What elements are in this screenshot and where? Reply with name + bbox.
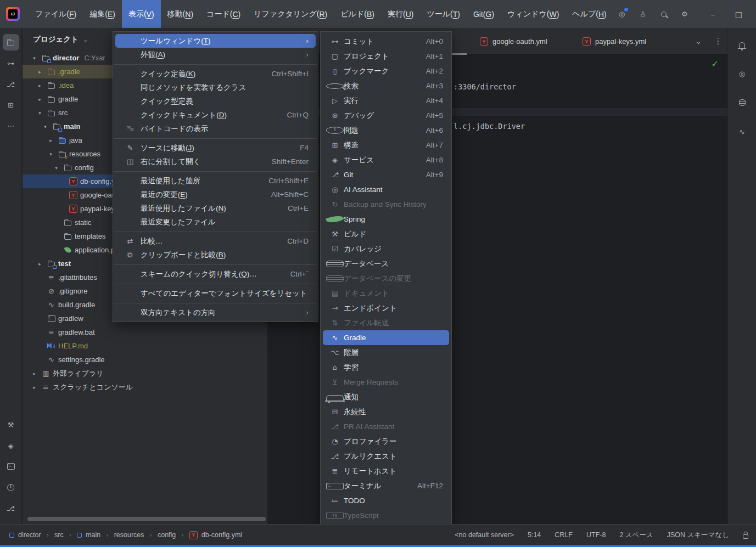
status-widget[interactable]: JSON スキーマなし	[667, 531, 729, 540]
horizontal-scrollbar[interactable]	[27, 517, 266, 521]
menu-item[interactable]: データベース	[323, 256, 449, 271]
menu-item[interactable]: 最近使用した箇所Ctrl+Shift+E	[115, 174, 316, 188]
menu-item[interactable]: 通知	[323, 390, 449, 404]
menu-3[interactable]: 移動(N)	[161, 0, 200, 28]
chevron-open-icon[interactable]: ▾	[46, 151, 56, 157]
menu-item[interactable]: ⧉クリップボードと比較(B)	[115, 248, 316, 262]
chevron-closed-icon[interactable]: ▸	[35, 261, 45, 267]
tool-notifications-button[interactable]	[733, 36, 751, 53]
breadcrumb-item[interactable]: director	[9, 531, 41, 539]
tree-node[interactable]: ∿settings.gradle	[23, 353, 267, 366]
menu-item[interactable]: ⊛デバッグAlt+5	[323, 108, 449, 123]
breadcrumb-item[interactable]: db-config.yml	[189, 531, 242, 539]
menu-8[interactable]: ツール(T)	[420, 0, 467, 28]
menu-item[interactable]: 最近変更したファイル	[115, 215, 316, 229]
tree-node[interactable]: M↓HELP.md	[23, 339, 267, 353]
status-widget[interactable]: 5:14	[528, 531, 541, 539]
tab-options-kebab[interactable]: ⋮	[710, 33, 726, 49]
chevron-closed-icon[interactable]: ▸	[35, 83, 45, 88]
close-button[interactable]: ×	[752, 0, 756, 28]
tool-database-button[interactable]	[733, 94, 751, 111]
menu-item[interactable]: 同じメソッドを実装するクラス	[115, 81, 316, 94]
menu-item[interactable]: スキームのクイック切り替え(Q)…Ctrl+`	[115, 267, 316, 281]
tool-problems-button[interactable]	[3, 479, 19, 495]
menu-item[interactable]: ▷実行Alt+4	[323, 93, 449, 108]
tool-version-control-button[interactable]: ⎇	[3, 500, 19, 516]
breadcrumb-item[interactable]: main	[77, 531, 100, 539]
menu-item[interactable]: ターミナルAlt+F12	[323, 478, 449, 493]
menu-item[interactable]: ◫右に分割して開くShift+Enter	[115, 155, 316, 168]
menu-item[interactable]: ≔TODO	[323, 493, 449, 508]
tool-build-button[interactable]: ⚒	[3, 416, 19, 433]
menu-10[interactable]: ウィンドウ(W)	[501, 0, 565, 28]
maximize-button[interactable]: □	[726, 0, 752, 28]
menu-4[interactable]: コード(C)	[200, 0, 247, 28]
menu-item[interactable]: ≣リモートホスト	[323, 464, 449, 478]
status-widget[interactable]: 2 スペース	[619, 531, 653, 540]
menu-item[interactable]: クイックドキュメント(D)Ctrl+Q	[115, 108, 316, 122]
menu-item[interactable]: ⎇PR AI Assistant	[323, 419, 449, 434]
chevron-closed-icon[interactable]: ▸	[46, 138, 56, 143]
menu-item[interactable]: クイック型定義	[115, 94, 316, 108]
tool-pull-requests-button[interactable]: ⎇	[3, 76, 19, 92]
menu-item[interactable]: ⊸エンドポイント	[323, 301, 449, 315]
menu-item[interactable]: ∿Gradle	[323, 330, 449, 345]
tab-list-chevron[interactable]: ⌄	[690, 33, 707, 49]
menu-item[interactable]: ⌂学習	[323, 360, 449, 375]
menu-1[interactable]: 編集(E)	[83, 0, 122, 28]
status-widget[interactable]: <no default server>	[455, 531, 514, 539]
menu-item[interactable]: すべてのエディターでフォントサイズをリセット	[115, 286, 316, 300]
menu-item[interactable]: データベースの変更	[323, 271, 449, 286]
menu-item[interactable]: ⇅ファイル転送	[323, 315, 449, 330]
menu-item[interactable]: 最近の変更(E)Alt+Shift+C	[115, 188, 316, 201]
inspection-ok-icon[interactable]: ✓	[712, 59, 719, 69]
menu-item[interactable]: ▤ドキュメント	[323, 286, 449, 301]
tree-node[interactable]: ▸▥外部ライブラリ	[23, 366, 267, 380]
chevron-closed-icon[interactable]: ▸	[35, 97, 45, 102]
tool-commit-button[interactable]: ⊶	[3, 55, 19, 71]
tree-node[interactable]: ≡gradlew.bat	[23, 325, 267, 339]
tool-terminal-button[interactable]	[3, 458, 19, 475]
menu-item[interactable]: Spring	[323, 212, 449, 227]
breadcrumb-item[interactable]: resources	[114, 531, 144, 539]
menu-5[interactable]: リファクタリング(R)	[247, 0, 334, 28]
menu-11[interactable]: ヘルプ(H)	[565, 0, 613, 28]
menu-item[interactable]: 双方向テキストの方向›	[115, 306, 316, 319]
menu-0[interactable]: ファイル(F)	[29, 0, 83, 28]
menu-item[interactable]: ☑カバレッジ	[323, 241, 449, 256]
add-user-button[interactable]: ♙	[634, 5, 652, 23]
chevron-closed-icon[interactable]: ▸	[35, 69, 45, 75]
menu-item[interactable]: ◈サービスAlt+8	[323, 153, 449, 167]
breadcrumb-item[interactable]: config	[158, 531, 176, 539]
tool-more-tool-windows-button[interactable]: ⋯	[3, 117, 19, 134]
menu-item[interactable]: ⊟永続性	[323, 404, 449, 419]
status-widget[interactable]: CRLF	[555, 531, 573, 539]
breadcrumb-item[interactable]: src	[54, 531, 64, 539]
unlock-button[interactable]	[743, 532, 748, 539]
editor-tab[interactable]: paypal-keys.yml	[575, 28, 668, 55]
menu-item[interactable]: ⎇プルリクエスト	[323, 449, 449, 464]
menu-item[interactable]: 外観(A)›	[115, 48, 316, 61]
ai-assistant-button[interactable]: ◎	[613, 5, 631, 23]
tool-ai-assistant-button[interactable]: ◎	[733, 65, 751, 82]
menu-item[interactable]: 問題Alt+6	[323, 123, 449, 138]
chevron-open-icon[interactable]: ▾	[40, 124, 51, 129]
tool-project-button[interactable]	[3, 34, 19, 50]
menu-item[interactable]: ¹⁰₀₁バイトコードの表示	[115, 122, 316, 136]
menu-item[interactable]: ⇄比較…Ctrl+D	[115, 234, 316, 248]
menu-item[interactable]: ▯ブックマークAlt+2	[323, 64, 449, 78]
chevron-open-icon[interactable]: ▾	[29, 55, 40, 61]
menu-item[interactable]: 検索Alt+3	[323, 78, 449, 93]
menu-item[interactable]: クイック定義(K)Ctrl+Shift+I	[115, 67, 316, 81]
tool-gradle-button[interactable]: ∿	[733, 123, 751, 140]
tool-services-button[interactable]: ◈	[3, 437, 19, 454]
menu-item[interactable]: ⊻Merge Requests	[323, 375, 449, 390]
menu-7[interactable]: 実行(U)	[381, 0, 420, 28]
menu-item[interactable]: TypeScript	[323, 508, 449, 523]
menu-item[interactable]: 最近使用したファイル(N)Ctrl+E	[115, 201, 316, 215]
chevron-open-icon[interactable]: ▾	[51, 165, 61, 171]
menu-item[interactable]: ✎ソースに移動(J)F4	[115, 141, 316, 155]
menu-item[interactable]: ツールウィンドウ(T)›	[115, 34, 316, 48]
menu-item[interactable]: ⚒ビルド	[323, 227, 449, 241]
menu-item[interactable]: ⎇GitAlt+9	[323, 167, 449, 182]
